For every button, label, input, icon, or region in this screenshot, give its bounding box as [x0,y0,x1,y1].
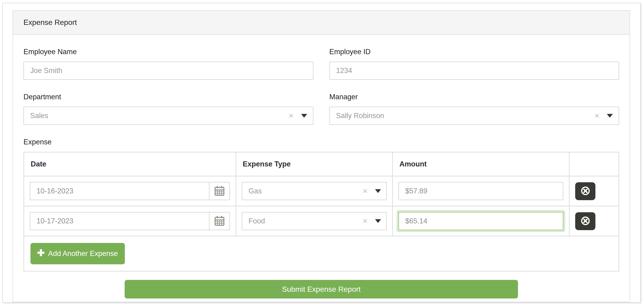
expense-type-column-header: Expense Type [236,152,393,176]
plus-icon [38,249,44,258]
expense-table: Date Expense Type Amount [24,152,619,272]
date-input-2[interactable] [30,212,209,230]
chevron-down-icon[interactable] [375,219,381,223]
employee-id-group: Employee ID [330,48,619,80]
employee-name-label: Employee Name [24,48,314,56]
clear-icon[interactable]: × [363,217,368,225]
expense-table-footer-row: Add Another Expense [24,236,619,271]
delete-row-button-1[interactable] [575,182,596,200]
manager-selected-value: Sally Robinson [336,112,594,120]
manager-group: Manager Sally Robinson × [330,93,619,125]
date-input-group-2 [30,212,230,230]
expense-type-select-1[interactable]: Gas × [242,182,387,200]
amount-column-header: Amount [393,152,569,176]
expense-table-header-row: Date Expense Type Amount [24,152,619,176]
form-row-employee: Employee Name Employee ID [24,48,619,80]
chevron-down-icon[interactable] [607,114,613,118]
date-picker-button-2[interactable] [209,212,230,230]
delete-row-button-2[interactable] [575,212,596,230]
expense-type-value-1: Gas [248,187,363,195]
page-title: Expense Report [24,18,619,27]
date-input-group-1 [30,182,230,200]
employee-name-input[interactable] [24,62,314,80]
form-row-org: Department Sales × Manager Sally Robinso… [24,93,619,125]
employee-name-group: Employee Name [24,48,314,80]
add-another-expense-button[interactable]: Add Another Expense [30,243,125,264]
card-header: Expense Report [13,11,630,35]
calendar-icon [214,216,224,227]
department-selected-value: Sales [30,112,288,120]
chevron-down-icon[interactable] [375,189,381,193]
expense-type-select-2[interactable]: Food × [242,212,387,230]
employee-id-input[interactable] [330,62,619,80]
department-group: Department Sales × [24,93,314,125]
amount-input-2[interactable] [398,212,563,230]
add-another-expense-label: Add Another Expense [48,250,118,258]
date-picker-button-1[interactable] [209,182,230,200]
circle-x-icon [581,186,590,196]
chevron-down-icon[interactable] [301,114,307,118]
expense-type-value-2: Food [248,217,363,225]
clear-icon[interactable]: × [594,112,599,120]
circle-x-icon [581,216,590,226]
actions-column-header [569,152,619,176]
expense-section-label: Expense [24,138,619,146]
employee-id-label: Employee ID [330,48,619,56]
date-input-1[interactable] [30,182,209,200]
clear-icon[interactable]: × [363,187,368,195]
clear-icon[interactable]: × [288,112,294,120]
submit-expense-report-button[interactable]: Submit Expense Report [124,280,518,298]
expense-report-card: Expense Report Employee Name Employee ID… [12,10,630,302]
department-label: Department [24,93,314,101]
manager-select[interactable]: Sally Robinson × [330,107,619,125]
date-column-header: Date [24,152,236,176]
card-body: Employee Name Employee ID Department Sal… [13,35,630,302]
page-frame: Expense Report Employee Name Employee ID… [2,3,641,303]
calendar-icon [214,186,224,197]
expense-row-2: Food × [24,206,619,236]
department-select[interactable]: Sales × [24,107,314,125]
amount-input-1[interactable] [398,182,563,200]
submit-row: Submit Expense Report [24,280,619,298]
expense-row-1: Gas × [24,176,619,206]
manager-label: Manager [330,93,619,101]
